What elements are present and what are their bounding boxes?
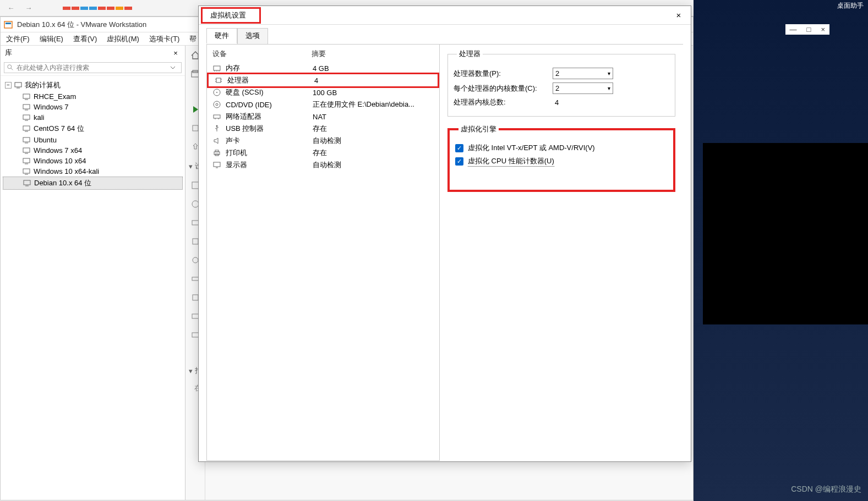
tree-item[interactable]: kali bbox=[3, 112, 183, 123]
device-row[interactable]: 显示器自动检测 bbox=[207, 159, 439, 171]
device-name: USB 控制器 bbox=[226, 124, 308, 134]
device-row[interactable]: 硬盘 (SCSI)100 GB bbox=[207, 86, 439, 98]
maximize-button[interactable]: □ bbox=[807, 25, 811, 34]
virtualization-legend: 虚拟化引擎 bbox=[458, 124, 499, 134]
cores-per-processor-label: 每个处理器的内核数量(C): bbox=[454, 84, 553, 93]
cores-per-processor-select[interactable]: 2 ▾ bbox=[553, 82, 613, 94]
device-row[interactable]: CD/DVD (IDE)正在使用文件 E:\Debian\debia... bbox=[207, 98, 439, 111]
menu-file[interactable]: 文件(F) bbox=[6, 34, 30, 44]
device-row[interactable]: 打印机存在 bbox=[207, 147, 439, 159]
device-row[interactable]: 处理器4 bbox=[207, 73, 439, 88]
device-row[interactable]: 声卡自动检测 bbox=[207, 135, 439, 147]
tab-hardware[interactable]: 硬件 bbox=[206, 28, 237, 44]
virtualization-fieldset: 虚拟化引擎 ✓ 虚拟化 Intel VT-x/EPT 或 AMD-V/RVI(V… bbox=[447, 124, 675, 192]
tree-item[interactable]: Ubuntu bbox=[3, 135, 183, 145]
tree-item[interactable]: Windows 7 bbox=[3, 102, 183, 112]
device-detail-panel: 处理器 处理器数量(P): 2 ▾ 每个处理器的内核数量(C): 2 ▾ bbox=[440, 45, 683, 461]
tree-item-label: CentOS 7 64 位 bbox=[34, 124, 84, 134]
vm-tree: − 我的计算机 RHCE_ExamWindows 7kaliCentOS 7 6… bbox=[1, 75, 185, 500]
minimize-button[interactable]: — bbox=[790, 25, 797, 34]
back-button[interactable]: ← bbox=[6, 3, 17, 14]
device-name: 声卡 bbox=[226, 136, 308, 146]
tree-item[interactable]: Windows 7 x64 bbox=[3, 145, 183, 156]
svg-rect-14 bbox=[23, 137, 30, 142]
device-name: CD/DVD (IDE) bbox=[226, 101, 308, 109]
tree-item[interactable]: RHCE_Exam bbox=[3, 91, 183, 102]
svg-point-2 bbox=[8, 65, 12, 69]
chevron-down-icon[interactable] bbox=[169, 64, 177, 71]
svg-rect-8 bbox=[23, 104, 30, 109]
sidebar-title: 库 bbox=[5, 48, 12, 58]
menu-help[interactable]: 帮 bbox=[189, 34, 196, 44]
svg-rect-22 bbox=[24, 180, 30, 185]
tree-root[interactable]: − 我的计算机 bbox=[3, 79, 183, 91]
tree-item-label: RHCE_Exam bbox=[34, 92, 76, 101]
svg-rect-20 bbox=[23, 169, 30, 173]
desktop-background: 桌面助手 bbox=[694, 0, 868, 501]
vt-label: 虚拟化 Intel VT-x/EPT 或 AMD-V/RVI(V) bbox=[468, 143, 595, 153]
search-icon bbox=[7, 64, 14, 71]
tree-item[interactable]: Windows 10 x64 bbox=[3, 156, 183, 166]
dialog-title: 虚拟机设置 bbox=[210, 11, 246, 19]
svg-rect-10 bbox=[23, 115, 30, 119]
sidebar-search[interactable] bbox=[4, 62, 182, 73]
vt-checkbox[interactable]: ✓ bbox=[455, 144, 463, 152]
svg-rect-29 bbox=[192, 221, 199, 225]
dark-panel bbox=[703, 143, 868, 324]
svg-point-47 bbox=[214, 101, 220, 108]
svg-rect-6 bbox=[23, 94, 30, 98]
menu-tabs[interactable]: 选项卡(T) bbox=[149, 34, 180, 44]
sidebar-close-button[interactable]: × bbox=[171, 48, 181, 58]
device-list: 设备 摘要 内存4 GB处理器4硬盘 (SCSI)100 GBCD/DVD (I… bbox=[206, 45, 440, 461]
usb-icon bbox=[212, 124, 221, 133]
device-name: 内存 bbox=[226, 63, 308, 73]
svg-point-28 bbox=[192, 201, 199, 207]
menu-edit[interactable]: 编辑(E) bbox=[40, 34, 63, 44]
processors-fieldset: 处理器 处理器数量(P): 2 ▾ 每个处理器的内核数量(C): 2 ▾ bbox=[447, 49, 675, 117]
svg-rect-32 bbox=[192, 277, 199, 280]
desktop-assistant-label[interactable]: 桌面助手 bbox=[837, 1, 864, 10]
vm-icon bbox=[23, 114, 30, 122]
forward-button[interactable]: → bbox=[23, 3, 34, 14]
menu-view[interactable]: 查看(V) bbox=[73, 34, 97, 44]
tab-color-strip bbox=[63, 7, 132, 10]
tab-options[interactable]: 选项 bbox=[237, 28, 268, 44]
device-name: 打印机 bbox=[226, 148, 308, 158]
dialog-close-button[interactable]: × bbox=[672, 9, 685, 22]
device-row[interactable]: 网络适配器NAT bbox=[207, 111, 439, 123]
tree-item[interactable]: CentOS 7 64 位 bbox=[3, 123, 183, 135]
vm-settings-dialog: 虚拟机设置 × 硬件 选项 设备 摘要 内存4 GB处理器4硬盘 (SCSI)1… bbox=[198, 5, 691, 462]
sound-icon bbox=[212, 136, 221, 145]
menu-vm[interactable]: 虚拟机(M) bbox=[107, 34, 139, 44]
svg-rect-4 bbox=[15, 82, 21, 87]
vmware-icon bbox=[4, 20, 13, 29]
tree-collapse-icon[interactable]: − bbox=[5, 82, 12, 89]
device-summary: 存在 bbox=[313, 124, 434, 134]
close-button[interactable]: × bbox=[821, 25, 825, 34]
svg-rect-27 bbox=[192, 182, 199, 189]
num-processors-value: 2 bbox=[555, 69, 559, 78]
tree-item[interactable]: Debian 10.x 64 位 bbox=[3, 177, 183, 190]
device-summary: 存在 bbox=[313, 148, 434, 158]
tree-root-label: 我的计算机 bbox=[25, 80, 61, 90]
device-row[interactable]: USB 控制器存在 bbox=[207, 123, 439, 135]
device-summary: 自动检测 bbox=[313, 136, 434, 146]
device-list-header: 设备 摘要 bbox=[207, 48, 439, 62]
num-processors-select[interactable]: 2 ▾ bbox=[553, 68, 613, 79]
tree-item[interactable]: Windows 10 x64-kali bbox=[3, 166, 183, 177]
printer-icon bbox=[212, 148, 221, 157]
svg-rect-36 bbox=[214, 66, 220, 70]
perf-checkbox[interactable]: ✓ bbox=[455, 157, 463, 166]
svg-rect-1 bbox=[6, 23, 11, 24]
device-summary: 正在使用文件 E:\Debian\debia... bbox=[313, 100, 434, 109]
num-processors-label: 处理器数量(P): bbox=[454, 69, 553, 79]
header-device: 设备 bbox=[212, 49, 312, 59]
sidebar: 库 × − 我的计算机 RHCE_ExamWindows 7kaliCentOS… bbox=[1, 46, 185, 500]
svg-rect-59 bbox=[214, 162, 220, 167]
vm-icon bbox=[23, 125, 30, 133]
svg-rect-49 bbox=[214, 115, 220, 118]
cd-icon bbox=[212, 100, 221, 109]
device-summary: 4 GB bbox=[313, 64, 434, 73]
search-input[interactable] bbox=[17, 64, 169, 71]
total-cores-value: 4 bbox=[555, 98, 559, 107]
